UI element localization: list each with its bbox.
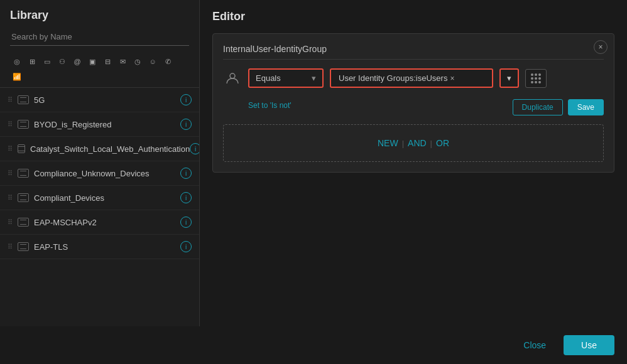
use-button[interactable]: Use (564, 335, 614, 355)
value-dropdown-button[interactable]: ▾ (499, 68, 519, 88)
location-icon[interactable]: ◎ (10, 55, 24, 68)
and-link[interactable]: AND (408, 138, 427, 148)
item-label: BYOD_is_Registered (34, 120, 180, 129)
sidebar-list: ⠿ 5G i ⠿ BYOD_is_Registered i ⠿ Catalyst… (0, 88, 199, 326)
item-type-icon (18, 242, 29, 251)
time-icon[interactable]: ◷ (131, 55, 144, 68)
square-icon[interactable]: ▭ (40, 55, 54, 68)
info-icon[interactable]: i (190, 143, 199, 154)
user-icon (223, 69, 242, 88)
grid-dots-icon (531, 73, 541, 83)
item-type-icon (18, 193, 29, 202)
item-label: EAP-MSCHAPv2 (34, 218, 180, 227)
new-link[interactable]: NEW (378, 138, 398, 148)
condition-row: Equals ▾ User Identity Groups:iseUsers ×… (223, 68, 604, 88)
item-type-icon (18, 95, 29, 104)
item-label: EAP-TLS (34, 242, 180, 252)
info-icon[interactable]: i (180, 241, 192, 252)
info-icon[interactable]: i (180, 168, 192, 179)
drag-handle-icon: ⠿ (8, 194, 13, 202)
footer: Close Use (0, 326, 627, 364)
or-link[interactable]: OR (436, 138, 449, 148)
divider-2: | (430, 139, 432, 148)
mail-icon[interactable]: ✉ (116, 55, 129, 68)
editor-title: Editor (212, 10, 614, 23)
item-type-icon (18, 218, 29, 227)
operator-chevron-icon: ▾ (312, 73, 316, 83)
monitor2-icon[interactable]: ⊟ (101, 55, 114, 68)
info-icon[interactable]: i (180, 119, 192, 130)
save-button[interactable]: Save (568, 99, 604, 115)
item-label: Catalyst_Switch_Local_Web_Authentication (30, 144, 190, 154)
duplicate-button[interactable]: Duplicate (513, 99, 563, 115)
condition-builder: NEW | AND | OR (223, 124, 604, 162)
item-label: Compliant_Devices (34, 193, 180, 203)
drag-handle-icon: ⠿ (8, 169, 13, 178)
drag-handle-icon: ⠿ (8, 145, 13, 153)
search-input[interactable] (10, 28, 189, 46)
list-item[interactable]: ⠿ Catalyst_Switch_Local_Web_Authenticati… (0, 137, 199, 161)
item-label: Compliance_Unknown_Devices (34, 169, 180, 178)
divider-1: | (402, 139, 404, 148)
group-icon[interactable]: ⚇ (55, 55, 69, 68)
list-item[interactable]: ⠿ Compliant_Devices i (0, 186, 199, 210)
item-type-icon (18, 120, 29, 129)
grid-icon[interactable]: ⊞ (25, 55, 39, 68)
drag-handle-icon: ⠿ (8, 96, 13, 104)
svg-point-0 (230, 73, 235, 78)
close-button[interactable]: Close (513, 335, 556, 355)
editor-panel: Editor × InternalUser-IdentityGroup Equa… (200, 0, 627, 326)
phone-icon[interactable]: ✆ (161, 55, 175, 68)
item-type-icon (18, 169, 29, 178)
list-item[interactable]: ⠿ EAP-MSCHAPv2 i (0, 210, 199, 235)
close-icon[interactable]: × (594, 40, 608, 54)
list-item[interactable]: ⠿ 5G i (0, 88, 199, 112)
editor-card: × InternalUser-IdentityGroup Equals ▾ Us… (212, 33, 614, 173)
rule-name: InternalUser-IdentityGroup (223, 44, 604, 60)
monitor-icon[interactable]: ▣ (85, 55, 99, 68)
list-item[interactable]: ⠿ EAP-TLS i (0, 235, 199, 259)
sidebar: Library ◎ ⊞ ▭ ⚇ @ ▣ ⊟ ✉ ◷ ☺ ✆ 📶 ⠿ 5G i (0, 0, 200, 326)
drag-handle-icon: ⠿ (8, 218, 13, 227)
value-tag-container: User Identity Groups:iseUsers × (330, 68, 493, 88)
list-item[interactable]: ⠿ Compliance_Unknown_Devices i (0, 161, 199, 186)
at-icon[interactable]: @ (70, 55, 84, 68)
info-icon[interactable]: i (180, 217, 192, 228)
tag-remove-icon[interactable]: × (450, 74, 454, 83)
face-icon[interactable]: ☺ (146, 55, 160, 68)
grid-view-button[interactable] (525, 69, 547, 88)
operator-select[interactable]: Equals ▾ (248, 68, 324, 88)
item-label: 5G (34, 95, 180, 105)
item-type-icon (18, 144, 25, 153)
drag-handle-icon: ⠿ (8, 120, 13, 129)
info-icon[interactable]: i (180, 192, 192, 203)
operator-label: Equals (256, 73, 308, 83)
value-tag: User Identity Groups:iseUsers × (336, 72, 457, 84)
sidebar-header: Library (0, 0, 199, 51)
list-item[interactable]: ⠿ BYOD_is_Registered i (0, 112, 199, 137)
drag-handle-icon: ⠿ (8, 243, 13, 251)
is-not-link[interactable]: Set to 'Is not' (248, 101, 292, 110)
wifi-icon[interactable]: 📶 (10, 70, 24, 83)
info-icon[interactable]: i (180, 94, 192, 105)
icon-toolbar: ◎ ⊞ ▭ ⚇ @ ▣ ⊟ ✉ ◷ ☺ ✆ 📶 (0, 51, 199, 88)
action-buttons: Duplicate Save (513, 99, 604, 115)
sidebar-title: Library (10, 9, 189, 22)
tag-text: User Identity Groups:iseUsers (339, 73, 447, 83)
